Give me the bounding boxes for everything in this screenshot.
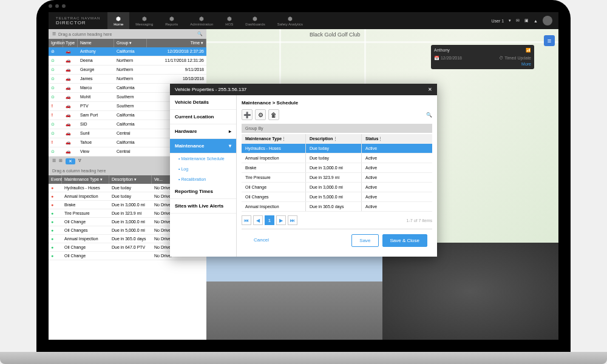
search-icon[interactable]: 🔍: [197, 32, 203, 36]
nav-log[interactable]: • Log: [170, 164, 236, 174]
col-type[interactable]: Type: [63, 39, 78, 47]
col-name[interactable]: Name: [78, 39, 114, 47]
nav-recalibration[interactable]: • Recalibration: [170, 174, 236, 184]
schedule-row[interactable]: Oil ChangeDue in 3,000.0 miActive: [242, 183, 432, 192]
bell-icon[interactable]: ▲: [534, 19, 538, 23]
schedule-row[interactable]: Oil ChangesDue in 5,000.0 miActive: [242, 192, 432, 202]
breadcrumb: Maintenance > Schedule: [242, 100, 432, 106]
nav-vehicle-details[interactable]: Vehicle Details: [170, 95, 236, 110]
nav-reports[interactable]: ⬢Reports: [159, 12, 184, 29]
map-poi-label: Black Gold Golf Club: [310, 32, 361, 38]
save-button[interactable]: Save: [351, 234, 378, 247]
mail-icon[interactable]: ✉: [516, 18, 520, 23]
pager-last[interactable]: ⏭: [288, 215, 297, 225]
col-group[interactable]: Group: [117, 41, 128, 45]
group-by-bar[interactable]: ☰ Drag a column heading here 🔍: [49, 29, 206, 39]
nav-maintenance-schedule[interactable]: • Maintenance Schedule: [170, 153, 236, 164]
col-time[interactable]: Time: [191, 41, 200, 45]
vehicle-row[interactable]: ⊙🚗JamesNorthern10/10/2018: [49, 75, 206, 84]
nav-sites-alerts[interactable]: Sites with Live Alerts: [170, 199, 236, 214]
tool-icon[interactable]: ⊞: [59, 158, 63, 164]
nav-hos[interactable]: ⬢HOS: [219, 12, 239, 29]
schedule-row[interactable]: Annual InspectionDue in 365.0 daysActive: [242, 202, 432, 212]
filter-icon[interactable]: ∇: [78, 158, 81, 164]
nav-dashboards[interactable]: ⬢Dashboards: [239, 12, 271, 29]
vehicle-properties-modal: Vehicle Properties - 255.3.56.137 ✕ Vehi…: [170, 84, 437, 257]
nav-maintenance[interactable]: Maintenance▾: [170, 139, 236, 153]
nav-safety-analytics[interactable]: ⬢Safety Analytics: [271, 12, 309, 29]
col-event[interactable]: Event: [49, 175, 62, 184]
schedule-row[interactable]: BrakeDue in 3,000.0 miActive: [242, 163, 432, 173]
popup-more-link[interactable]: More: [434, 62, 531, 66]
pager-page[interactable]: 1: [265, 215, 274, 225]
settings-button[interactable]: ⚙: [255, 109, 266, 120]
nav-current-location[interactable]: Current Location: [170, 110, 236, 124]
nav-administration[interactable]: ⬢Administration: [184, 12, 219, 29]
map-layers-button[interactable]: ≡: [544, 35, 555, 46]
hamburger-icon[interactable]: ☰: [52, 32, 56, 36]
avatar[interactable]: [543, 16, 552, 25]
pager-next[interactable]: ▶: [276, 215, 286, 225]
close-icon[interactable]: ✕: [428, 87, 432, 92]
aerial-view[interactable]: [382, 243, 558, 340]
chevron-right-icon: ▸: [229, 129, 231, 134]
modal-side-nav: Vehicle Details Current Location Hardwar…: [170, 95, 237, 257]
modal-title: Vehicle Properties - 255.3.56.137: [175, 87, 246, 92]
add-button[interactable]: ➕: [242, 109, 253, 120]
col-maintenance-type[interactable]: Maintenance Type⋮: [242, 134, 306, 144]
vehicle-row[interactable]: ⊘🚗AnthonyCalifornia12/20/2018 2:37:26: [49, 47, 206, 56]
schedule-row[interactable]: Annual InspectionDue todayActive: [242, 153, 432, 163]
col-status[interactable]: Status⋮: [362, 134, 432, 144]
video-icon[interactable]: ▣: [524, 18, 529, 23]
col-description[interactable]: Description: [112, 177, 133, 181]
top-nav: TELETRAC NAVMAN DIRECTOR ⬢Home⬢Messaging…: [49, 12, 558, 29]
nav-hardware[interactable]: Hardware▸: [170, 124, 236, 139]
cancel-button[interactable]: Cancel: [246, 234, 276, 247]
delete-button[interactable]: 🗑: [268, 109, 279, 120]
nav-reporting-times[interactable]: Reporting Times: [170, 184, 236, 199]
street-view[interactable]: [206, 243, 382, 340]
dropdown-icon[interactable]: ▾: [509, 18, 511, 23]
vehicle-grid-header: Ignition Type Name Group ▾ Time ▾: [49, 39, 206, 47]
popup-title: Anthony: [434, 48, 450, 53]
schedule-row[interactable]: Hydraulics - HosesDue todayActive: [242, 144, 432, 153]
vehicle-popup: Anthony 📶 📅 12/20/2018 ⏱ Timed Update Mo…: [431, 45, 534, 69]
group-by-placeholder: Drag a column heading here: [58, 32, 112, 36]
chevron-down-icon: ▾: [229, 143, 231, 149]
search-icon[interactable]: 🔍: [426, 112, 432, 118]
nav-home[interactable]: ⬢Home: [107, 12, 129, 29]
vehicle-row[interactable]: ⊙🚗DeenaNorthern11/17/2018 12:31:26: [49, 56, 206, 66]
col-ignition[interactable]: Ignition: [49, 39, 63, 47]
signal-icon: 📶: [526, 48, 531, 53]
save-close-button[interactable]: Save & Close: [382, 234, 427, 247]
col-description[interactable]: Description⋮: [306, 134, 362, 144]
schedule-row[interactable]: Tire PressureDue in 323.9 miActive: [242, 173, 432, 183]
col-maint-type[interactable]: Maintenance Type: [64, 177, 99, 181]
group-by-header[interactable]: Group By: [242, 124, 432, 133]
pager-info: 1-7 of 7 items: [407, 218, 432, 223]
nav-messaging[interactable]: ⬢Messaging: [129, 12, 159, 29]
hamburger-icon[interactable]: ☰: [52, 158, 56, 164]
user-name[interactable]: User 1: [491, 19, 504, 23]
wrench-icon[interactable]: ✕: [66, 158, 75, 164]
pager-prev[interactable]: ◀: [253, 215, 263, 225]
vehicle-row[interactable]: ⊙🚗GeorgeNorthern9/11/2018: [49, 66, 206, 75]
pager-first[interactable]: ⏮: [242, 215, 251, 225]
brand-logo: TELETRAC NAVMAN DIRECTOR: [49, 16, 107, 25]
